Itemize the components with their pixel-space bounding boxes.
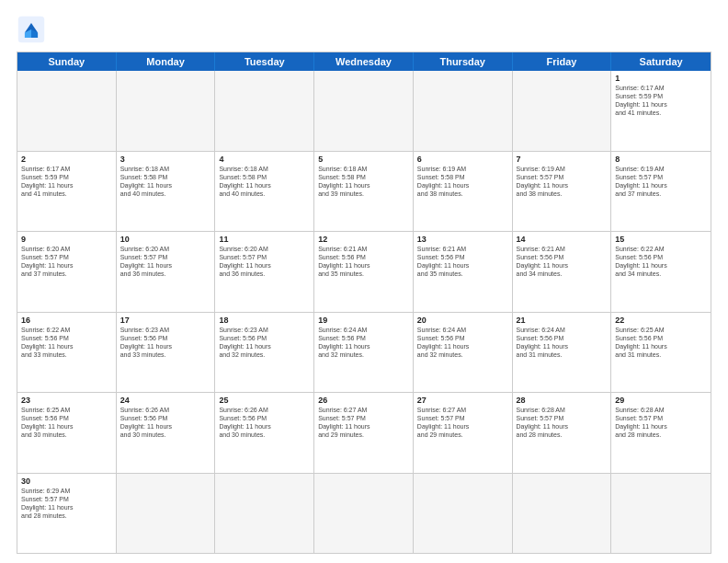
day-number: 10 bbox=[120, 235, 211, 244]
day-number: 8 bbox=[615, 155, 707, 164]
calendar-cell bbox=[414, 474, 513, 554]
day-number: 3 bbox=[120, 155, 211, 164]
calendar-page: SundayMondayTuesdayWednesdayThursdayFrid… bbox=[0, 0, 728, 563]
calendar-cell: 13Sunrise: 6:21 AM Sunset: 5:56 PM Dayli… bbox=[414, 232, 513, 312]
weekday-header: Friday bbox=[513, 52, 612, 71]
calendar-cell: 18Sunrise: 6:23 AM Sunset: 5:56 PM Dayli… bbox=[215, 313, 314, 393]
day-info: Sunrise: 6:18 AM Sunset: 5:58 PM Dayligh… bbox=[120, 165, 211, 198]
weekday-header: Wednesday bbox=[314, 52, 414, 71]
day-number: 27 bbox=[417, 396, 508, 405]
calendar-cell: 4Sunrise: 6:18 AM Sunset: 5:58 PM Daylig… bbox=[215, 152, 314, 232]
calendar-cell: 5Sunrise: 6:18 AM Sunset: 5:58 PM Daylig… bbox=[314, 152, 414, 232]
day-number: 25 bbox=[219, 396, 310, 405]
calendar-cell: 29Sunrise: 6:28 AM Sunset: 5:57 PM Dayli… bbox=[611, 393, 711, 473]
calendar-cell: 2Sunrise: 6:17 AM Sunset: 5:59 PM Daylig… bbox=[17, 152, 117, 232]
day-info: Sunrise: 6:25 AM Sunset: 5:56 PM Dayligh… bbox=[21, 406, 112, 439]
day-info: Sunrise: 6:26 AM Sunset: 5:56 PM Dayligh… bbox=[219, 406, 310, 439]
calendar-cell bbox=[117, 71, 216, 151]
day-info: Sunrise: 6:28 AM Sunset: 5:57 PM Dayligh… bbox=[517, 406, 608, 439]
day-info: Sunrise: 6:20 AM Sunset: 5:57 PM Dayligh… bbox=[120, 245, 211, 278]
calendar-cell: 25Sunrise: 6:26 AM Sunset: 5:56 PM Dayli… bbox=[215, 393, 314, 473]
calendar-cell: 8Sunrise: 6:19 AM Sunset: 5:57 PM Daylig… bbox=[611, 152, 711, 232]
calendar-cell: 9Sunrise: 6:20 AM Sunset: 5:57 PM Daylig… bbox=[17, 232, 117, 312]
calendar-row: 2Sunrise: 6:17 AM Sunset: 5:59 PM Daylig… bbox=[17, 151, 711, 232]
day-info: Sunrise: 6:21 AM Sunset: 5:56 PM Dayligh… bbox=[517, 245, 608, 278]
day-info: Sunrise: 6:27 AM Sunset: 5:57 PM Dayligh… bbox=[318, 406, 409, 439]
calendar-cell bbox=[314, 474, 414, 554]
calendar-cell: 16Sunrise: 6:22 AM Sunset: 5:56 PM Dayli… bbox=[17, 313, 117, 393]
calendar-cell bbox=[611, 474, 711, 554]
day-info: Sunrise: 6:19 AM Sunset: 5:58 PM Dayligh… bbox=[417, 165, 508, 198]
calendar-cell: 20Sunrise: 6:24 AM Sunset: 5:56 PM Dayli… bbox=[414, 313, 513, 393]
day-number: 4 bbox=[219, 155, 310, 164]
calendar-cell: 30Sunrise: 6:29 AM Sunset: 5:57 PM Dayli… bbox=[17, 474, 117, 554]
calendar-cell: 3Sunrise: 6:18 AM Sunset: 5:58 PM Daylig… bbox=[117, 152, 216, 232]
day-info: Sunrise: 6:20 AM Sunset: 5:57 PM Dayligh… bbox=[21, 245, 112, 278]
calendar-cell: 22Sunrise: 6:25 AM Sunset: 5:56 PM Dayli… bbox=[611, 313, 711, 393]
day-number: 26 bbox=[318, 396, 409, 405]
day-number: 12 bbox=[318, 235, 409, 244]
calendar-cell: 23Sunrise: 6:25 AM Sunset: 5:56 PM Dayli… bbox=[17, 393, 117, 473]
calendar-row: 23Sunrise: 6:25 AM Sunset: 5:56 PM Dayli… bbox=[17, 392, 711, 473]
day-info: Sunrise: 6:27 AM Sunset: 5:57 PM Dayligh… bbox=[417, 406, 508, 439]
calendar-cell: 27Sunrise: 6:27 AM Sunset: 5:57 PM Dayli… bbox=[414, 393, 513, 473]
day-info: Sunrise: 6:24 AM Sunset: 5:56 PM Dayligh… bbox=[417, 326, 508, 359]
day-info: Sunrise: 6:17 AM Sunset: 5:59 PM Dayligh… bbox=[21, 165, 112, 198]
day-info: Sunrise: 6:24 AM Sunset: 5:56 PM Dayligh… bbox=[318, 326, 409, 359]
calendar-cell: 19Sunrise: 6:24 AM Sunset: 5:56 PM Dayli… bbox=[314, 313, 414, 393]
calendar-header: SundayMondayTuesdayWednesdayThursdayFrid… bbox=[17, 52, 711, 71]
weekday-header: Sunday bbox=[17, 52, 117, 71]
day-info: Sunrise: 6:18 AM Sunset: 5:58 PM Dayligh… bbox=[318, 165, 409, 198]
day-number: 20 bbox=[417, 316, 508, 325]
calendar-cell bbox=[17, 71, 117, 151]
day-info: Sunrise: 6:19 AM Sunset: 5:57 PM Dayligh… bbox=[517, 165, 608, 198]
calendar-cell bbox=[215, 71, 314, 151]
calendar-row: 16Sunrise: 6:22 AM Sunset: 5:56 PM Dayli… bbox=[17, 312, 711, 393]
calendar-cell: 14Sunrise: 6:21 AM Sunset: 5:56 PM Dayli… bbox=[513, 232, 612, 312]
calendar-body: 1Sunrise: 6:17 AM Sunset: 5:59 PM Daylig… bbox=[17, 71, 711, 553]
day-number: 19 bbox=[318, 316, 409, 325]
calendar-row: 30Sunrise: 6:29 AM Sunset: 5:57 PM Dayli… bbox=[17, 473, 711, 554]
calendar-cell: 15Sunrise: 6:22 AM Sunset: 5:56 PM Dayli… bbox=[611, 232, 711, 312]
day-number: 1 bbox=[615, 74, 707, 83]
day-info: Sunrise: 6:24 AM Sunset: 5:56 PM Dayligh… bbox=[517, 326, 608, 359]
weekday-header: Saturday bbox=[611, 52, 711, 71]
day-info: Sunrise: 6:23 AM Sunset: 5:56 PM Dayligh… bbox=[219, 326, 310, 359]
day-info: Sunrise: 6:20 AM Sunset: 5:57 PM Dayligh… bbox=[219, 245, 310, 278]
weekday-header: Thursday bbox=[414, 52, 513, 71]
calendar-cell: 6Sunrise: 6:19 AM Sunset: 5:58 PM Daylig… bbox=[414, 152, 513, 232]
day-number: 16 bbox=[21, 316, 112, 325]
calendar-cell: 1Sunrise: 6:17 AM Sunset: 5:59 PM Daylig… bbox=[611, 71, 711, 151]
day-number: 15 bbox=[615, 235, 707, 244]
day-number: 7 bbox=[517, 155, 608, 164]
header bbox=[17, 15, 711, 44]
day-number: 5 bbox=[318, 155, 409, 164]
calendar: SundayMondayTuesdayWednesdayThursdayFrid… bbox=[17, 52, 711, 554]
day-info: Sunrise: 6:23 AM Sunset: 5:56 PM Dayligh… bbox=[120, 326, 211, 359]
calendar-cell bbox=[513, 474, 612, 554]
calendar-cell: 7Sunrise: 6:19 AM Sunset: 5:57 PM Daylig… bbox=[513, 152, 612, 232]
day-info: Sunrise: 6:17 AM Sunset: 5:59 PM Dayligh… bbox=[615, 84, 707, 117]
calendar-cell: 24Sunrise: 6:26 AM Sunset: 5:56 PM Dayli… bbox=[117, 393, 216, 473]
day-info: Sunrise: 6:29 AM Sunset: 5:57 PM Dayligh… bbox=[21, 487, 112, 520]
day-info: Sunrise: 6:28 AM Sunset: 5:57 PM Dayligh… bbox=[615, 406, 707, 439]
day-info: Sunrise: 6:26 AM Sunset: 5:56 PM Dayligh… bbox=[120, 406, 211, 439]
calendar-cell: 21Sunrise: 6:24 AM Sunset: 5:56 PM Dayli… bbox=[513, 313, 612, 393]
day-number: 14 bbox=[517, 235, 608, 244]
day-info: Sunrise: 6:22 AM Sunset: 5:56 PM Dayligh… bbox=[615, 245, 707, 278]
calendar-cell: 17Sunrise: 6:23 AM Sunset: 5:56 PM Dayli… bbox=[117, 313, 216, 393]
day-number: 13 bbox=[417, 235, 508, 244]
day-info: Sunrise: 6:25 AM Sunset: 5:56 PM Dayligh… bbox=[615, 326, 707, 359]
calendar-cell: 26Sunrise: 6:27 AM Sunset: 5:57 PM Dayli… bbox=[314, 393, 414, 473]
logo bbox=[17, 15, 50, 44]
day-info: Sunrise: 6:21 AM Sunset: 5:56 PM Dayligh… bbox=[318, 245, 409, 278]
day-number: 2 bbox=[21, 155, 112, 164]
calendar-cell bbox=[117, 474, 216, 554]
weekday-header: Tuesday bbox=[215, 52, 314, 71]
calendar-row: 1Sunrise: 6:17 AM Sunset: 5:59 PM Daylig… bbox=[17, 71, 711, 151]
day-number: 22 bbox=[615, 316, 707, 325]
day-number: 17 bbox=[120, 316, 211, 325]
day-info: Sunrise: 6:18 AM Sunset: 5:58 PM Dayligh… bbox=[219, 165, 310, 198]
day-number: 9 bbox=[21, 235, 112, 244]
day-info: Sunrise: 6:19 AM Sunset: 5:57 PM Dayligh… bbox=[615, 165, 707, 198]
